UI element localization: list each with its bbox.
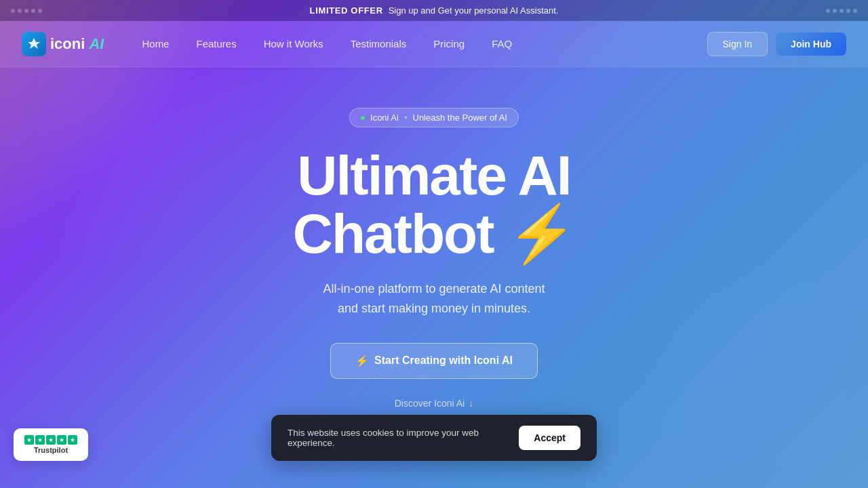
offer-text: Sign up and Get your personal AI Assista… <box>389 5 559 16</box>
star-3: ★ <box>46 435 56 445</box>
nav-faq[interactable]: FAQ <box>481 33 523 55</box>
trustpilot-label: Trustpilot <box>34 446 68 454</box>
announcement-bar: LIMITED OFFER Sign up and Get your perso… <box>0 0 868 21</box>
nav-features[interactable]: Features <box>185 33 247 55</box>
badge-dot <box>361 116 365 120</box>
hero-section: Iconi Ai • Unleash the Power of AI Ultim… <box>0 67 868 409</box>
discover-link[interactable]: Discover Iconi Ai ↓ <box>395 398 473 409</box>
hero-subtitle-line2: and start making money in minutes. <box>338 302 530 315</box>
cookie-banner: This website uses cookies to improve you… <box>271 415 597 461</box>
star-1: ★ <box>24 435 34 445</box>
nav-actions: Sign In Join Hub <box>707 32 846 56</box>
cta-label: Start Creating with Iconi AI <box>374 354 513 367</box>
badge-subtext: Unleash the Power of AI <box>413 113 507 123</box>
offer-label: LIMITED OFFER <box>310 5 383 16</box>
star-2: ★ <box>35 435 45 445</box>
trustpilot-badge[interactable]: ★ ★ ★ ★ ★ Trustpilot <box>14 428 88 461</box>
nav-links: Home Features How it Works Testimonials … <box>131 33 707 55</box>
star-4: ★ <box>57 435 66 445</box>
logo-icon <box>22 32 46 56</box>
discover-label: Discover Iconi Ai <box>395 398 465 409</box>
trustpilot-stars: ★ ★ ★ ★ ★ <box>24 435 77 445</box>
joinhub-button[interactable]: Join Hub <box>776 33 846 56</box>
hero-title-line1: Ultimate AI <box>297 144 570 206</box>
nav-how-it-works[interactable]: How it Works <box>253 33 334 55</box>
star-5: ★ <box>68 435 77 445</box>
logo-text: iconi AI <box>50 35 104 53</box>
dots-left <box>11 0 42 21</box>
trustpilot-logo: ★ ★ ★ ★ ★ Trustpilot <box>24 435 77 454</box>
logo[interactable]: iconi AI <box>22 32 104 56</box>
hero-subtitle: All-in-one platform to generate AI conte… <box>323 279 545 319</box>
navbar: iconi AI Home Features How it Works Test… <box>0 21 868 67</box>
discover-arrow-icon: ↓ <box>469 398 473 409</box>
hero-badge: Iconi Ai • Unleash the Power of AI <box>349 108 519 127</box>
badge-text: Iconi Ai <box>370 113 399 123</box>
cta-icon: ⚡ <box>355 354 369 367</box>
nav-pricing[interactable]: Pricing <box>422 33 475 55</box>
dots-right <box>826 0 857 21</box>
cta-button[interactable]: ⚡ Start Creating with Iconi AI <box>330 343 538 379</box>
hero-title: Ultimate AI Chatbot ⚡ <box>293 146 575 263</box>
cookie-message: This website uses cookies to improve you… <box>288 428 505 448</box>
nav-testimonials[interactable]: Testimonials <box>340 33 418 55</box>
hero-title-line2: Chatbot ⚡ <box>293 203 575 264</box>
badge-separator: • <box>404 113 408 123</box>
nav-home[interactable]: Home <box>131 33 180 55</box>
signin-button[interactable]: Sign In <box>707 32 768 56</box>
accept-cookie-button[interactable]: Accept <box>519 426 580 450</box>
hero-subtitle-line1: All-in-one platform to generate AI conte… <box>323 282 545 296</box>
